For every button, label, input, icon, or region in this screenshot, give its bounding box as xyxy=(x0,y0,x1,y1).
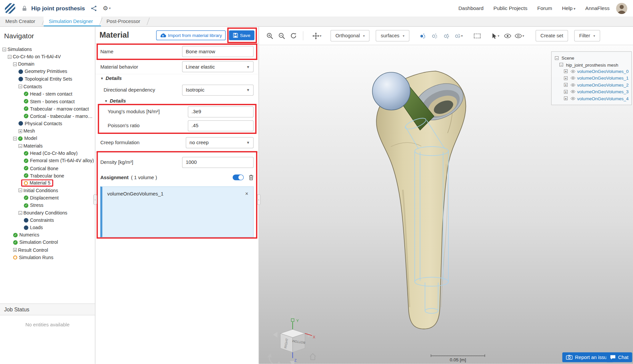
viewport-canvas[interactable]: RIGHT BOTTOM Y X Z xyxy=(259,45,633,364)
directional-dependency-select[interactable]: Isotropic ▼ xyxy=(182,84,254,95)
workflow-tab[interactable]: Post-Processor xyxy=(101,16,148,26)
tree-item[interactable]: Stress xyxy=(0,201,95,209)
delete-assignment-icon[interactable] xyxy=(249,175,254,180)
simscale-logo[interactable] xyxy=(5,3,15,13)
tree-expander[interactable] xyxy=(8,55,11,59)
highlight-mode-icon-2[interactable] xyxy=(430,31,440,41)
home-view-icon[interactable] xyxy=(310,354,316,360)
material-behavior-select[interactable]: Linear elastic ▼ xyxy=(182,61,254,72)
header-nav-link[interactable]: Public Projects xyxy=(493,5,527,11)
share-icon[interactable] xyxy=(91,5,97,11)
report-issue-button[interactable]: Report an issue xyxy=(562,352,613,362)
header-nav-link[interactable]: Forum xyxy=(537,5,552,11)
tree-item[interactable]: Material 5 xyxy=(0,179,95,186)
tree-item[interactable]: Simulations xyxy=(0,46,95,53)
filter-button[interactable]: Filter ▾ xyxy=(574,30,600,42)
tree-item[interactable]: Geometry Primitives xyxy=(0,68,95,75)
details-subsection-toggle[interactable]: ▼ Details xyxy=(95,97,259,105)
rotate-left-arrow[interactable] xyxy=(273,332,278,337)
workflow-tab[interactable]: Simulation Designer xyxy=(43,16,101,26)
tree-item[interactable]: Displacement xyxy=(0,194,95,201)
highlight-mode-icon-4[interactable]: ▾ xyxy=(454,31,464,41)
tree-item[interactable]: Simulation Runs xyxy=(0,254,95,261)
tree-item[interactable]: Femoral stem (Ti-6Al-4V alloy) xyxy=(0,157,95,165)
chat-button[interactable]: Chat xyxy=(606,352,632,362)
tree-item[interactable]: Simulation Control xyxy=(0,239,95,246)
navigator-resize-handle[interactable]: ‹ xyxy=(93,194,97,205)
scene-volume-label[interactable]: volumeOnGeoVolumes_0 xyxy=(577,69,629,74)
tree-item[interactable]: Mesh xyxy=(0,127,95,135)
assignment-toggle[interactable] xyxy=(233,175,244,180)
tree-expander[interactable] xyxy=(555,56,559,60)
scene-volume-label[interactable]: volumeOnGeoVolumes_3 xyxy=(577,89,629,94)
tree-item[interactable]: Boundary Conditions xyxy=(0,209,95,216)
tree-expander[interactable] xyxy=(18,144,22,148)
scene-volume-label[interactable]: volumeOnGeoVolumes_4 xyxy=(577,96,629,101)
scene-volume-item[interactable]: volumeOnGeoVolumes_0 xyxy=(555,68,628,75)
femur-model[interactable] xyxy=(372,71,469,329)
zoom-in-icon[interactable] xyxy=(265,31,275,41)
visibility-eye-icon[interactable] xyxy=(571,90,576,93)
density-input[interactable] xyxy=(182,157,254,168)
tree-expander[interactable] xyxy=(18,129,22,133)
header-nav-link[interactable]: Help xyxy=(562,5,575,11)
scene-mesh-item[interactable]: hip_joint_prosthesis mesh xyxy=(555,61,628,68)
tree-item[interactable]: Head (Co-Cr-Mo alloy) xyxy=(0,150,95,157)
tree-expander[interactable] xyxy=(18,211,22,214)
assignment-volume-item[interactable]: volumeOnGeoVolumes_1 × xyxy=(102,187,253,197)
visibility-eye-icon[interactable] xyxy=(571,77,576,80)
gear-icon[interactable]: ⚙▾ xyxy=(103,5,111,12)
tree-item[interactable]: Initial Conditions xyxy=(0,187,95,194)
tree-item[interactable]: Topological Entity Sets xyxy=(0,75,95,83)
tree-expander[interactable] xyxy=(2,47,6,51)
highlight-mode-icon-3[interactable] xyxy=(442,31,452,41)
create-set-button[interactable]: Create set xyxy=(535,30,568,42)
tree-expander[interactable] xyxy=(564,97,568,100)
scene-root-item[interactable]: Scene xyxy=(555,55,628,61)
header-nav-link[interactable]: AnnaFless xyxy=(585,5,610,11)
box-select-icon[interactable] xyxy=(472,31,482,41)
workflow-tab[interactable]: Mesh Creator xyxy=(0,16,43,26)
tree-item[interactable]: Domain xyxy=(0,60,95,68)
header-nav-link[interactable]: Dashboard xyxy=(458,5,483,11)
render-mode-button[interactable]: surfaces ▾ xyxy=(376,30,409,42)
tree-expander[interactable] xyxy=(13,62,17,66)
scene-volume-item[interactable]: volumeOnGeoVolumes_2 xyxy=(555,82,628,88)
tree-item[interactable]: Numerics xyxy=(0,231,95,239)
tree-expander[interactable] xyxy=(564,76,568,80)
tree-expander[interactable] xyxy=(18,188,22,192)
tree-item[interactable]: Stem - bones contact xyxy=(0,98,95,105)
tree-expander[interactable] xyxy=(564,83,568,87)
tree-expander[interactable] xyxy=(564,70,568,73)
visibility-eye-icon[interactable] xyxy=(571,97,576,100)
tree-item[interactable]: Trabecular - marrow contact xyxy=(0,105,95,112)
show-hide-icon[interactable] xyxy=(503,31,513,41)
import-material-library-button[interactable]: Import from material library xyxy=(156,30,226,40)
job-status-header[interactable]: Job Status xyxy=(0,303,95,315)
refresh-view-icon[interactable] xyxy=(289,31,299,41)
tree-item[interactable]: Result Control xyxy=(0,246,95,253)
zoom-out-icon[interactable] xyxy=(277,31,287,41)
projection-mode-button[interactable]: Orthogonal ▾ xyxy=(330,30,370,42)
tree-expander[interactable] xyxy=(13,137,17,140)
youngs-modulus-input[interactable] xyxy=(188,106,254,117)
tree-item[interactable]: Contacts xyxy=(0,83,95,90)
name-input[interactable] xyxy=(182,46,254,57)
tree-item[interactable]: Head - stem contact xyxy=(0,90,95,98)
rotate-up-arrow[interactable] xyxy=(290,313,295,318)
tree-expander[interactable] xyxy=(13,248,17,252)
scene-volume-item[interactable]: volumeOnGeoVolumes_1 xyxy=(555,75,628,82)
tree-expander[interactable] xyxy=(559,63,563,67)
remove-assignment-icon[interactable]: × xyxy=(245,191,248,196)
tree-item[interactable]: Cortical Bone xyxy=(0,165,95,172)
tree-expander[interactable] xyxy=(18,85,22,88)
highlight-mode-icon-1[interactable] xyxy=(418,31,428,41)
tree-item[interactable]: Trabecular bone xyxy=(0,172,95,179)
settings-resize-handle[interactable]: ‹ xyxy=(257,194,261,205)
tree-item[interactable]: Physical Contacts xyxy=(0,120,95,127)
navigation-cube[interactable]: RIGHT BOTTOM Y X Z xyxy=(267,313,316,364)
visibility-eye-icon[interactable] xyxy=(571,83,576,87)
tree-item[interactable]: Co-Cr-Mo on Ti-6Al-4V xyxy=(0,53,95,60)
tree-item[interactable]: Constraints xyxy=(0,216,95,224)
details-section-toggle[interactable]: ▼ Details xyxy=(95,74,259,83)
